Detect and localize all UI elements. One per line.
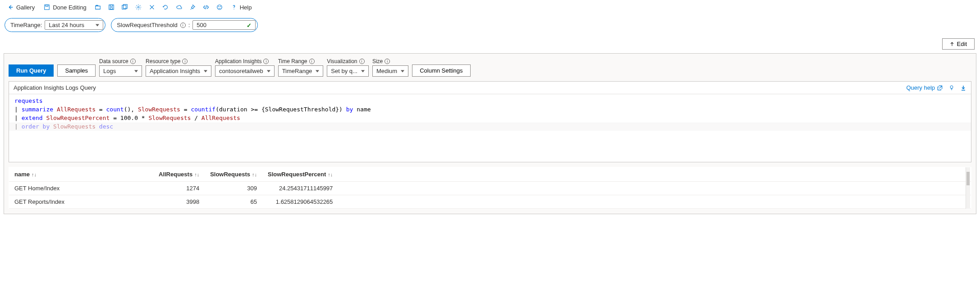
visualization-label: Visualizationi	[327, 58, 369, 64]
results-table: name↑↓ AllRequests↑↓ SlowRequests↑↓ Slow…	[9, 167, 971, 209]
th-spacer	[338, 167, 971, 182]
timerange-select[interactable]: Last 24 hours	[45, 20, 103, 30]
svg-point-11	[950, 86, 953, 88]
cell-slow: 65	[205, 195, 262, 209]
svg-point-10	[220, 6, 220, 7]
refresh-icon[interactable]	[160, 2, 170, 12]
info-icon[interactable]: i	[182, 59, 188, 64]
resource-type-select[interactable]: Application Insights	[146, 65, 211, 77]
save-as-icon[interactable]	[120, 2, 130, 12]
results-area: name↑↓ AllRequests↑↓ SlowRequests↑↓ Slow…	[9, 167, 971, 209]
th-slow-pct[interactable]: SlowRequestPercent↑↓	[262, 167, 338, 182]
query-workspace: Run Query Samples Data sourcei Logs Reso…	[4, 53, 976, 214]
data-source-select[interactable]: Logs	[99, 65, 142, 77]
info-icon[interactable]: i	[180, 23, 186, 28]
data-source-label: Data sourcei	[99, 58, 142, 64]
app-insights-label: Application Insightsi	[215, 58, 275, 64]
open-icon[interactable]	[93, 2, 103, 12]
size-select[interactable]: Medium	[372, 65, 408, 77]
timerange-label: TimeRange:	[10, 22, 42, 28]
column-settings-button[interactable]: Column Settings	[412, 64, 470, 77]
threshold-input[interactable]: 500	[192, 20, 256, 30]
help-button[interactable]: Help	[228, 2, 255, 13]
time-range-label: Time Rangei	[278, 58, 324, 64]
th-all-requests[interactable]: AllRequests↑↓	[153, 167, 205, 182]
cell-pct: 1.6258129064532265	[262, 195, 338, 209]
edit-button-label: Edit	[957, 41, 967, 47]
top-toolbar: Gallery Done Editing Help	[0, 0, 980, 14]
table-row[interactable]: GET Home/Index 1274 309 24.2543171114599…	[9, 182, 971, 195]
cell-pct: 24.25431711145997	[262, 182, 338, 195]
save-page-icon	[44, 4, 50, 10]
info-icon[interactable]: i	[385, 59, 390, 64]
parameters-bar: TimeRange: Last 24 hours SlowRequestThre…	[0, 14, 980, 38]
svg-point-7	[137, 6, 139, 8]
gallery-label: Gallery	[16, 4, 35, 11]
table-row[interactable]: GET Reports/Index 3998 65 1.625812906453…	[9, 195, 971, 209]
edit-bar: Edit	[0, 38, 980, 53]
cell-name: GET Home/Index	[9, 182, 153, 195]
info-icon[interactable]: i	[130, 59, 136, 64]
pin-icon[interactable]	[188, 2, 197, 12]
time-range-select[interactable]: TimeRange	[278, 65, 324, 77]
th-slow-requests[interactable]: SlowRequests↑↓	[205, 167, 262, 182]
controls-row: Run Query Samples Data sourcei Logs Reso…	[9, 58, 971, 77]
cell-slow: 309	[205, 182, 262, 195]
svg-point-9	[218, 6, 219, 7]
code-icon[interactable]	[201, 2, 211, 12]
threshold-sep: :	[188, 22, 190, 28]
lightbulb-icon[interactable]	[948, 85, 955, 91]
info-icon[interactable]: i	[309, 59, 315, 64]
run-query-button[interactable]: Run Query	[9, 64, 54, 77]
query-panel: Application Insights Logs Query Query he…	[9, 81, 971, 162]
info-icon[interactable]: i	[359, 59, 365, 64]
samples-button[interactable]: Samples	[57, 64, 96, 77]
up-arrow-icon	[950, 42, 954, 46]
panel-title: Application Insights Logs Query	[14, 84, 96, 91]
svg-rect-0	[45, 5, 50, 10]
done-editing-button[interactable]: Done Editing	[41, 2, 89, 13]
threshold-label: SlowRequestThreshold	[117, 22, 177, 28]
cell-all: 3998	[153, 195, 205, 209]
vertical-scrollbar[interactable]	[966, 167, 970, 209]
query-editor[interactable]: requests | summarize AllRequests = count…	[9, 94, 971, 162]
info-icon[interactable]: i	[263, 59, 269, 64]
smiley-icon[interactable]	[215, 2, 224, 12]
back-arrow-icon	[7, 4, 14, 10]
svg-rect-1	[46, 5, 48, 7]
svg-rect-2	[109, 5, 114, 10]
save-icon[interactable]	[106, 2, 116, 12]
settings-icon[interactable]	[133, 2, 143, 12]
gallery-button[interactable]: Gallery	[5, 2, 37, 13]
close-icon[interactable]	[147, 2, 157, 12]
query-header: Application Insights Logs Query Query he…	[9, 82, 971, 94]
size-label: Sizei	[372, 58, 408, 64]
visualization-select[interactable]: Set by q...	[327, 65, 369, 77]
edit-button[interactable]: Edit	[942, 38, 975, 50]
external-link-icon	[937, 85, 943, 91]
cloud-icon[interactable]	[174, 2, 184, 12]
help-icon	[231, 4, 237, 10]
timerange-param[interactable]: TimeRange: Last 24 hours	[5, 18, 105, 32]
svg-point-8	[217, 5, 222, 10]
done-editing-label: Done Editing	[53, 4, 86, 11]
cell-name: GET Reports/Index	[9, 195, 153, 209]
th-name[interactable]: name↑↓	[9, 167, 153, 182]
svg-rect-4	[110, 8, 112, 9]
threshold-param[interactable]: SlowRequestThreshold i : 500	[111, 18, 258, 32]
download-icon[interactable]	[960, 85, 966, 91]
svg-rect-3	[110, 5, 112, 7]
app-insights-select[interactable]: contosoretailweb	[215, 65, 275, 77]
help-label: Help	[240, 4, 252, 11]
resource-type-label: Resource typei	[146, 58, 211, 64]
cell-all: 1274	[153, 182, 205, 195]
query-help-link[interactable]: Query help	[906, 84, 943, 91]
